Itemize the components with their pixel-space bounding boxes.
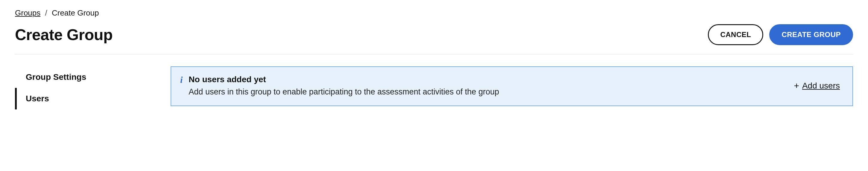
breadcrumb-separator: /	[45, 8, 47, 18]
info-description: Add users in this group to enable partic…	[189, 87, 499, 97]
add-users-label: Add users	[802, 81, 840, 91]
cancel-button[interactable]: CANCEL	[708, 24, 763, 45]
page-header: Create Group CANCEL CREATE GROUP	[15, 24, 853, 55]
info-title: No users added yet	[189, 75, 499, 84]
content-area: Group Settings Users i No users added ye…	[15, 66, 853, 109]
plus-icon: +	[794, 81, 799, 90]
sidebar: Group Settings Users	[15, 66, 153, 109]
sidebar-item-label: Users	[26, 94, 49, 103]
breadcrumb-root-link[interactable]: Groups	[15, 8, 40, 18]
sidebar-item-group-settings[interactable]: Group Settings	[15, 66, 153, 88]
sidebar-item-label: Group Settings	[26, 72, 86, 81]
header-actions: CANCEL CREATE GROUP	[708, 24, 853, 45]
info-icon: i	[180, 75, 183, 84]
add-users-button[interactable]: + Add users	[794, 81, 840, 91]
sidebar-item-users[interactable]: Users	[15, 88, 153, 109]
create-group-button[interactable]: CREATE GROUP	[769, 24, 853, 45]
info-box: i No users added yet Add users in this g…	[170, 66, 853, 106]
page-title: Create Group	[15, 26, 113, 44]
breadcrumb-current: Create Group	[52, 8, 99, 18]
main-panel: i No users added yet Add users in this g…	[170, 66, 853, 109]
breadcrumb: Groups / Create Group	[15, 8, 853, 18]
info-left: i No users added yet Add users in this g…	[180, 75, 499, 97]
info-text: No users added yet Add users in this gro…	[189, 75, 499, 97]
